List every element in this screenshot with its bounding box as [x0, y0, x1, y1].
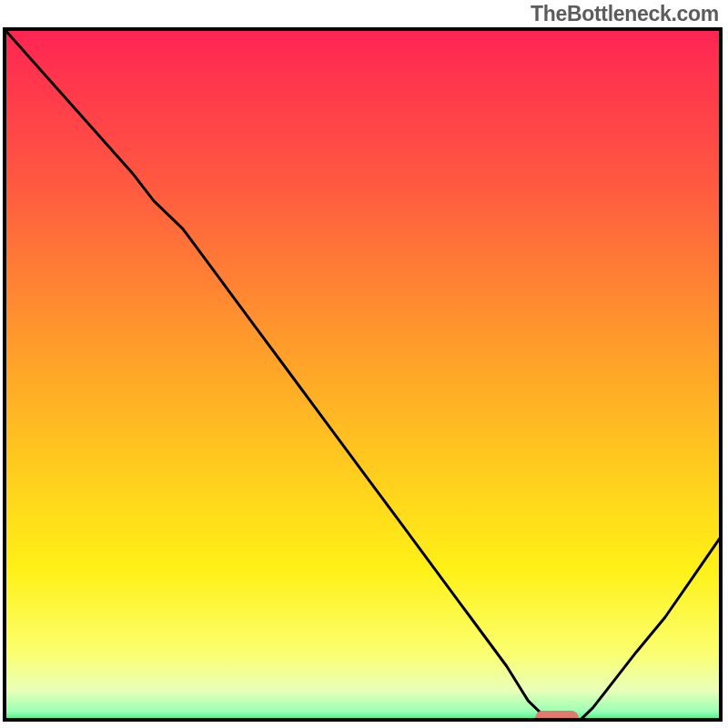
bottleneck-plot: [3, 27, 723, 722]
watermark-text: TheBottleneck.com: [531, 2, 719, 26]
chart-frame: TheBottleneck.com: [0, 0, 728, 728]
gradient-background: [3, 27, 723, 722]
